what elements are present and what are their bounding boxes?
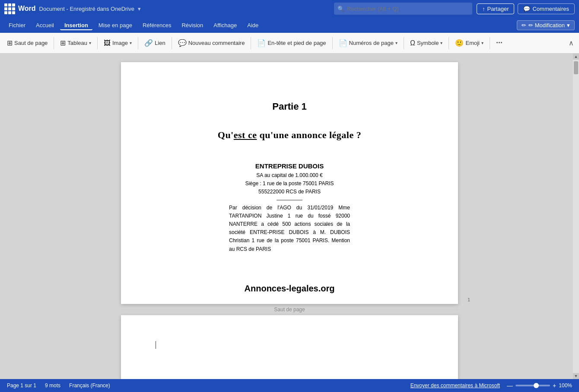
ribbon-tableau[interactable]: ⊞ Tableau ▾ bbox=[57, 37, 95, 49]
page-info: Page 1 sur 1 bbox=[7, 383, 36, 389]
app-name: Word bbox=[18, 5, 36, 13]
share-icon: ↑ bbox=[482, 6, 485, 12]
ribbon-collapse-icon[interactable]: ∧ bbox=[567, 38, 576, 48]
table-icon: ⊞ bbox=[60, 39, 66, 47]
page-2[interactable] bbox=[121, 315, 458, 379]
page-content: Partie 1 Qu'est ce qu'une annonce légale… bbox=[156, 88, 423, 294]
legal-question-underline: est ce bbox=[234, 130, 257, 140]
tableau-chevron: ▾ bbox=[89, 41, 91, 45]
symbol-icon: Ω bbox=[410, 39, 415, 47]
ribbon-symbole-label: Symbole bbox=[417, 40, 439, 46]
announcement-box: ENTREPRISE DUBOIS SA au capital de 1.000… bbox=[229, 162, 350, 253]
ribbon-comment-label: Nouveau commentaire bbox=[188, 40, 245, 46]
document-area: Partie 1 Qu'est ce qu'une annonce légale… bbox=[0, 54, 579, 379]
search-input[interactable] bbox=[334, 3, 472, 15]
menu-accueil[interactable]: Accueil bbox=[32, 20, 58, 30]
title-bar-right: ↑ Partager 💬 Commentaires bbox=[477, 3, 575, 14]
ribbon-sep-1 bbox=[54, 37, 54, 49]
ribbon-sep-4 bbox=[172, 37, 172, 49]
emoji-chevron: ▾ bbox=[481, 41, 484, 45]
ribbon-nouveau-commentaire[interactable]: 💬 Nouveau commentaire bbox=[175, 37, 248, 49]
status-right: Envoyer des commentaires à Microsoft — +… bbox=[410, 382, 572, 389]
emoji-icon: 🙂 bbox=[455, 39, 464, 47]
scroll-thumb[interactable] bbox=[574, 61, 578, 74]
company-text: Par décision de l'AGO du 31/01/2019 Mme … bbox=[229, 204, 350, 253]
page-num-icon: 📄 bbox=[339, 39, 347, 47]
menu-fichier[interactable]: Fichier bbox=[4, 20, 30, 30]
zoom-slider[interactable] bbox=[515, 385, 550, 386]
numeros-chevron: ▾ bbox=[395, 41, 398, 45]
ribbon-image[interactable]: 🖼 Image ▾ bbox=[100, 38, 135, 49]
menu-references[interactable]: Références bbox=[138, 20, 175, 30]
modification-button[interactable]: ✏ ✏ Modification ▾ bbox=[517, 20, 575, 30]
ribbon-sep-7 bbox=[404, 37, 404, 49]
ribbon-sep-2 bbox=[97, 37, 98, 49]
comments-button[interactable]: 💬 Commentaires bbox=[518, 3, 575, 14]
waffle-icon[interactable] bbox=[4, 3, 15, 14]
zoom-slider-thumb bbox=[534, 383, 539, 388]
image-chevron: ▾ bbox=[130, 41, 132, 45]
menu-affichage[interactable]: Affichage bbox=[209, 20, 241, 30]
ribbon-collapse[interactable]: ∧ bbox=[567, 39, 576, 47]
page-number: 1 bbox=[468, 297, 470, 302]
company-line3: 555222000 RCS de PARIS bbox=[229, 188, 350, 196]
footer-link: Annonces-legales.org bbox=[245, 284, 335, 294]
word-count: 9 mots bbox=[45, 383, 60, 389]
menu-bar: Fichier Accueil Insertion Mise en page R… bbox=[0, 17, 579, 33]
ribbon: ⊞ Saut de page ⊞ Tableau ▾ 🖼 Image ▾ 🔗 L… bbox=[0, 33, 579, 54]
pencil-icon: ✏ bbox=[522, 22, 526, 28]
search-icon: 🔍 bbox=[337, 6, 344, 12]
scroll-track bbox=[573, 60, 579, 76]
ribbon-emoji[interactable]: 🙂 Emoji ▾ bbox=[452, 37, 487, 49]
doc-chevron[interactable]: ▾ bbox=[138, 6, 141, 12]
page-break-line-right bbox=[309, 310, 458, 310]
menu-revision[interactable]: Révision bbox=[177, 20, 207, 30]
share-button[interactable]: ↑ Partager bbox=[477, 3, 514, 14]
ribbon-numeros[interactable]: 📄 Numéros de page ▾ bbox=[335, 37, 401, 49]
ribbon-sep-9 bbox=[490, 37, 490, 49]
page-break-icon: ⊞ bbox=[7, 39, 13, 47]
ribbon-image-label: Image bbox=[112, 40, 128, 46]
ribbon-saut-de-page[interactable]: ⊞ Saut de page bbox=[3, 37, 51, 49]
page-break-line-left bbox=[121, 310, 270, 310]
right-scrollbar[interactable]: ▲ ▼ bbox=[573, 54, 579, 379]
page-1: Partie 1 Qu'est ce qu'une annonce légale… bbox=[121, 62, 458, 304]
feedback-label[interactable]: Envoyer des commentaires à Microsoft bbox=[410, 383, 500, 389]
legal-question: Qu'est ce qu'une annonce légale ? bbox=[218, 130, 361, 141]
search-container: 🔍 bbox=[334, 3, 472, 15]
status-bar: Page 1 sur 1 9 mots Français (France) En… bbox=[0, 379, 579, 392]
modification-chevron: ▾ bbox=[567, 22, 570, 28]
menu-aide[interactable]: Aide bbox=[243, 20, 263, 30]
scroll-down-button[interactable]: ▼ bbox=[573, 373, 579, 379]
image-icon: 🖼 bbox=[104, 39, 111, 47]
text-cursor bbox=[156, 341, 156, 349]
part-title: Partie 1 bbox=[272, 101, 307, 112]
scroll-up-button[interactable]: ▲ bbox=[573, 54, 579, 60]
menu-insertion[interactable]: Insertion bbox=[60, 20, 92, 30]
ribbon-more[interactable]: ··· bbox=[493, 37, 506, 49]
zoom-plus-button[interactable]: + bbox=[553, 382, 556, 389]
page-break-label: Saut de page bbox=[274, 307, 305, 313]
comments-icon: 💬 bbox=[523, 6, 530, 12]
ribbon-emoji-label: Emoji bbox=[465, 40, 480, 46]
ribbon-saut-label: Saut de page bbox=[14, 40, 48, 46]
page-break: Saut de page bbox=[121, 304, 458, 315]
ribbon-sep-8 bbox=[449, 37, 449, 49]
more-icon: ··· bbox=[496, 38, 503, 47]
ribbon-lien[interactable]: 🔗 Lien bbox=[141, 37, 169, 49]
company-separator bbox=[277, 200, 302, 200]
link-icon: 🔗 bbox=[144, 39, 153, 47]
legal-question-text1: Qu'est ce qu'une annonce légale ? bbox=[218, 130, 361, 140]
title-bar-left: Word Document - Enregistré dans OneDrive… bbox=[4, 3, 330, 14]
ribbon-sep-3 bbox=[138, 37, 138, 49]
menu-mise-en-page[interactable]: Mise en page bbox=[94, 20, 137, 30]
ribbon-symbole[interactable]: Ω Symbole ▾ bbox=[407, 38, 446, 49]
zoom-minus-button[interactable]: — bbox=[507, 382, 513, 389]
ribbon-entete-label: En-tête et pied de page bbox=[267, 40, 326, 46]
ribbon-entete[interactable]: 📄 En-tête et pied de page bbox=[254, 37, 329, 49]
zoom-level: 100% bbox=[559, 383, 572, 389]
company-details: SA au capital de 1.000.000 € Siège : 1 r… bbox=[229, 171, 350, 196]
doc-title: Document - Enregistré dans OneDrive bbox=[39, 6, 134, 12]
title-bar: Word Document - Enregistré dans OneDrive… bbox=[0, 0, 579, 17]
comment-icon: 💬 bbox=[178, 39, 187, 47]
